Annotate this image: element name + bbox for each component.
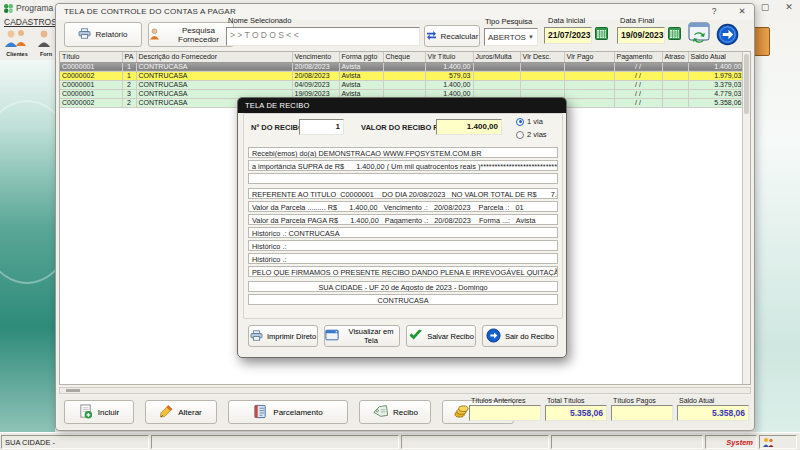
table-cell[interactable] xyxy=(383,62,425,71)
table-cell[interactable] xyxy=(564,71,614,80)
table-cell[interactable]: 1.400,00 xyxy=(425,80,473,89)
column-header[interactable]: Saldo Atual xyxy=(688,52,744,62)
table-cell[interactable]: Avista xyxy=(339,80,383,89)
scrollbar-thumb[interactable] xyxy=(66,389,80,392)
column-header[interactable]: Vencimento xyxy=(292,52,339,62)
table-cell[interactable]: CONTRUCASA xyxy=(136,80,292,89)
data-inicial-field[interactable]: 21/07/2023 xyxy=(544,27,592,44)
table-cell[interactable]: 3 xyxy=(122,89,136,98)
radio-1-via[interactable]: 1 via xyxy=(516,117,543,126)
table-row[interactable]: C00000011CONTRUCASA20/08/2023Avista1.400… xyxy=(60,62,744,71)
column-header[interactable]: Pagamento xyxy=(614,52,662,62)
sair-do-recibo-button[interactable]: Sair do Recibo xyxy=(482,325,558,347)
table-cell[interactable]: 4.779,03 xyxy=(688,89,744,98)
table-cell[interactable] xyxy=(473,80,520,89)
data-inicial-calendar-button[interactable] xyxy=(594,26,609,43)
table-cell[interactable]: / / xyxy=(614,71,662,80)
table-cell[interactable]: C0000002 xyxy=(60,71,122,80)
table-cell[interactable]: 1 xyxy=(122,71,136,80)
table-cell[interactable]: 20/08/2023 xyxy=(292,71,339,80)
parcelamento-button[interactable]: Parcelamento xyxy=(228,400,348,424)
table-cell[interactable] xyxy=(662,62,688,71)
table-cell[interactable] xyxy=(520,62,564,71)
imprimir-direto-button[interactable]: Imprimir Direto xyxy=(248,325,318,347)
help-button[interactable]: ? xyxy=(706,6,722,18)
vertical-scrollbar[interactable] xyxy=(742,52,750,384)
table-cell[interactable]: / / xyxy=(614,98,662,107)
close-button[interactable]: ✕ xyxy=(734,6,750,18)
table-row[interactable]: C00000012CONTRUCASA04/09/2023Avista1.400… xyxy=(60,80,744,89)
valor-recibo-input[interactable]: 1.400,00 xyxy=(436,119,502,135)
data-final-field[interactable]: 19/09/2023 xyxy=(617,27,665,44)
go-button[interactable] xyxy=(715,23,739,49)
tipo-pesquisa-select[interactable]: ABERTOS ▼ xyxy=(484,28,538,46)
data-final-calendar-button[interactable] xyxy=(667,26,682,43)
numero-recibo-input[interactable]: 1 xyxy=(299,119,344,135)
toolbar-clientes-button[interactable]: Clientes xyxy=(2,29,32,59)
table-cell[interactable]: 1 xyxy=(122,62,136,71)
table-cell[interactable]: C0000001 xyxy=(60,62,122,71)
refresh-button[interactable] xyxy=(687,23,711,49)
parent-close-button[interactable]: ✕ xyxy=(780,2,798,12)
dialog-titlebar[interactable]: TELA DE RECIBO xyxy=(238,98,566,113)
table-cell[interactable] xyxy=(662,89,688,98)
table-cell[interactable] xyxy=(564,80,614,89)
table-cell[interactable]: 579,03 xyxy=(425,71,473,80)
table-cell[interactable] xyxy=(383,80,425,89)
table-cell[interactable]: 3.379,03 xyxy=(688,80,744,89)
table-cell[interactable] xyxy=(473,62,520,71)
recibo-button[interactable]: Recibo xyxy=(359,400,431,424)
column-header[interactable]: Vlr Desc. xyxy=(520,52,564,62)
table-cell[interactable]: 1.400,00 xyxy=(688,62,744,71)
table-cell[interactable]: Avista xyxy=(339,71,383,80)
parent-maximize-button[interactable]: ▢ xyxy=(756,2,774,12)
table-cell[interactable]: C0000001 xyxy=(60,80,122,89)
pesquisa-fornecedor-button[interactable]: Pesquisa Fornecedor xyxy=(148,22,234,47)
table-cell[interactable] xyxy=(520,80,564,89)
table-cell[interactable]: / / xyxy=(614,80,662,89)
column-header[interactable]: PA xyxy=(122,52,136,62)
table-cell[interactable] xyxy=(520,71,564,80)
table-cell[interactable]: CONTRUCASA xyxy=(136,62,292,71)
table-cell[interactable] xyxy=(383,71,425,80)
relatorio-button[interactable]: Relatório xyxy=(64,22,142,47)
table-cell[interactable]: CONTRUCASA xyxy=(136,71,292,80)
table-cell[interactable] xyxy=(564,62,614,71)
column-header[interactable]: Descrição do Fornecedor xyxy=(136,52,292,62)
table-cell[interactable]: / / xyxy=(614,89,662,98)
visualizar-em-tela-button[interactable]: Visualizar em Tela xyxy=(324,325,400,347)
column-header[interactable]: Cheque xyxy=(383,52,425,62)
scrollbar-thumb[interactable] xyxy=(744,54,749,114)
column-header[interactable]: Forma pgto xyxy=(339,52,383,62)
table-cell[interactable]: / / xyxy=(614,62,662,71)
table-cell[interactable] xyxy=(662,80,688,89)
table-cell[interactable]: C0000002 xyxy=(60,98,122,107)
table-cell[interactable] xyxy=(564,98,614,107)
alterar-button[interactable]: Alterar xyxy=(145,400,217,424)
table-cell[interactable]: Avista xyxy=(339,62,383,71)
incluir-button[interactable]: Incluir xyxy=(64,400,134,424)
table-cell[interactable] xyxy=(473,71,520,80)
column-header[interactable]: Vlr Pago xyxy=(564,52,614,62)
table-cell[interactable]: 2 xyxy=(122,98,136,107)
table-cell[interactable]: 2 xyxy=(122,80,136,89)
table-cell[interactable]: 04/09/2023 xyxy=(292,80,339,89)
horizontal-scrollbar[interactable] xyxy=(59,387,751,394)
table-cell[interactable]: 1.400,00 xyxy=(425,62,473,71)
nome-selecionado-field[interactable]: > > T O D O S < < xyxy=(226,27,420,46)
radio-2-vias[interactable]: 2 vias xyxy=(516,130,547,139)
table-cell[interactable]: C0000001 xyxy=(60,89,122,98)
column-header[interactable]: Vlr Título xyxy=(425,52,473,62)
column-header[interactable]: Título xyxy=(60,52,122,62)
salvar-recibo-button[interactable]: Salvar Recibo xyxy=(406,325,476,347)
column-header[interactable]: Juros/Multa xyxy=(473,52,520,62)
table-cell[interactable]: 5.358,06 xyxy=(688,98,744,107)
column-header[interactable]: Atraso xyxy=(662,52,688,62)
table-cell[interactable] xyxy=(662,71,688,80)
table-cell[interactable] xyxy=(662,98,688,107)
recalcular-button[interactable]: Recalcular xyxy=(424,25,480,47)
table-cell[interactable] xyxy=(564,89,614,98)
table-row[interactable]: C00000021CONTRUCASA20/08/2023Avista579,0… xyxy=(60,71,744,80)
table-cell[interactable]: 1.979,03 xyxy=(688,71,744,80)
menu-cadastros[interactable]: CADASTROS xyxy=(4,17,57,27)
